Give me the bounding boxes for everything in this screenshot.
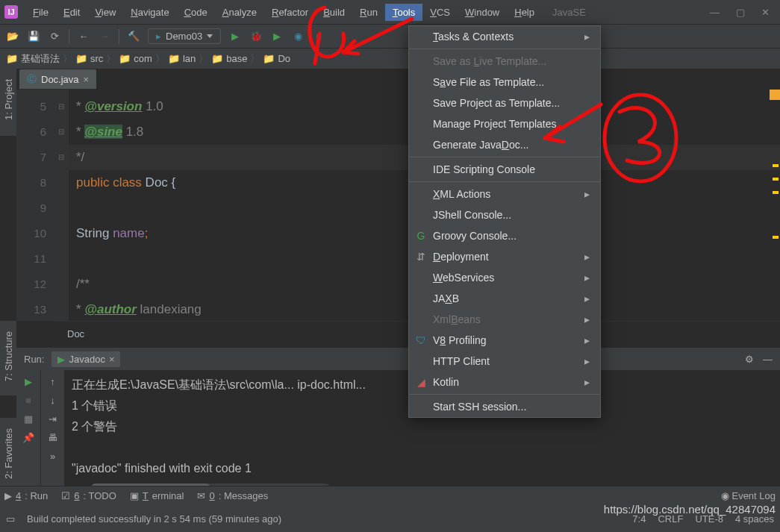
profile-icon[interactable]: ◉ <box>291 30 305 43</box>
tab-label: Doc.java <box>41 74 79 85</box>
sidebar-structure[interactable]: 7: Structure <box>1 325 16 387</box>
hammer-icon[interactable]: 🔨 <box>127 30 140 43</box>
out-num: 1 <box>72 399 78 412</box>
stop-icon[interactable]: ■ <box>312 30 325 43</box>
mi-xml-actions[interactable]: XML Actions▸ <box>409 184 600 204</box>
run-side-actions: ▶ ■ ▦ 📌 <box>16 370 40 496</box>
fold-column: ⊟⊟⊟ <box>54 90 69 321</box>
down-icon[interactable]: ↓ <box>50 395 55 406</box>
sidebar-project[interactable]: 1: Project <box>1 73 16 126</box>
menu-file[interactable]: File <box>25 4 56 21</box>
bc-Do[interactable]: 📁 Do <box>263 53 290 64</box>
mi-groovy-console-[interactable]: GGroovy Console... <box>409 225 600 246</box>
sb-0Messages[interactable]: ✉ 0: Messages <box>197 490 268 501</box>
mi-manage-project-templates-[interactable]: Manage Project Templates... <box>409 113 600 134</box>
minimize-panel-icon[interactable]: — <box>763 354 773 365</box>
menu-edit[interactable]: Edit <box>56 4 87 21</box>
sb-6TODO[interactable]: ☑ 6: TODO <box>61 490 116 501</box>
menu-analyze[interactable]: Analyze <box>215 4 264 21</box>
mi-http-client[interactable]: HTTP Client▸ <box>409 351 600 372</box>
run-tab-javadoc[interactable]: ▶ Javadoc × <box>52 351 120 367</box>
menu-code[interactable]: Code <box>177 4 215 21</box>
pin-run-icon[interactable]: 📌 <box>22 432 34 443</box>
build-status: Build completed successfully in 2 s 54 m… <box>27 513 281 525</box>
run-config-dropdown[interactable]: ▸ Demo03 <box>148 28 221 44</box>
run-side-actions-2: ↑ ↓ ⇥ 🖶 » <box>40 370 64 496</box>
mi-xmlbeans: XmlBeans▸ <box>409 309 600 330</box>
breadcrumb: 📁 基础语法〉📁 src〉📁 com〉📁 lan〉📁 base〉📁 Do <box>0 48 780 69</box>
mi-start-ssh-session-[interactable]: Start SSH session... <box>409 396 600 417</box>
menu-refactor[interactable]: Refactor <box>264 4 316 21</box>
out-text: 个错误 <box>78 399 117 412</box>
more-icon[interactable]: » <box>50 451 55 462</box>
save-icon[interactable]: 💾 <box>27 30 40 43</box>
sync-icon[interactable]: ⟳ <box>48 30 61 43</box>
menu-tools[interactable]: Tools <box>385 4 422 21</box>
menu-build[interactable]: Build <box>316 4 352 21</box>
run-body: ▶ ■ ▦ 📌 ↑ ↓ ⇥ 🖶 » 正在生成E:\JavaSE\基础语法\src… <box>16 370 780 496</box>
back-icon[interactable]: ← <box>77 30 90 43</box>
out-text: 个警告 <box>78 420 117 433</box>
mi-kotlin[interactable]: ◢Kotlin▸ <box>409 372 600 392</box>
sb-4Run[interactable]: ▶ 4: Run <box>4 490 48 501</box>
gear-icon[interactable]: ⚙ <box>745 354 754 365</box>
bc-基础语法[interactable]: 📁 基础语法 <box>6 52 60 66</box>
menu-help[interactable]: Help <box>507 4 542 21</box>
coverage-icon[interactable]: ▶ <box>270 30 284 43</box>
wrap-icon[interactable]: ⇥ <box>49 413 57 425</box>
bc-src[interactable]: 📁 src <box>75 53 103 64</box>
tab-doc-java[interactable]: Ⓒ Doc.java × <box>19 69 96 89</box>
run-label: Run: <box>24 354 44 365</box>
bf-doc[interactable]: Doc <box>54 324 98 344</box>
menu-window[interactable]: Window <box>458 4 507 21</box>
run-tab-icon: ▶ <box>57 354 65 365</box>
menu-run[interactable]: Run <box>352 4 385 21</box>
stop-run-icon[interactable]: ■ <box>25 395 31 406</box>
mi-generate-javadoc-[interactable]: Generate JavaDoc... <box>409 134 600 155</box>
mi-jshell-console-[interactable]: JShell Console... <box>409 204 600 225</box>
forward-icon[interactable]: → <box>98 30 111 43</box>
bc-com[interactable]: 📁 com <box>119 53 152 64</box>
out-line: "javadoc" finished with exit code 1 <box>72 458 773 479</box>
menu-view[interactable]: View <box>87 4 123 21</box>
mi-save-project-as-template-[interactable]: Save Project as Template... <box>409 93 600 113</box>
run-config-label: Demo03 <box>166 31 202 42</box>
tw-toggle-icon[interactable]: ▭ <box>6 513 15 525</box>
sidebar-left-2: 7: Structure <box>0 321 16 395</box>
mi-save-file-as-template-[interactable]: Save File as Template... <box>409 72 600 93</box>
mi-deployment[interactable]: ⇵Deployment▸ <box>409 246 600 267</box>
print-icon[interactable]: 🖶 <box>48 432 57 443</box>
mi-v8-profiling[interactable]: 🛡V8 Profiling▸ <box>409 330 600 351</box>
mi-tasks-contexts[interactable]: Tasks & Contexts▸ <box>409 26 600 47</box>
mi-webservices[interactable]: WebServices▸ <box>409 267 600 288</box>
rerun-icon[interactable]: ▶ <box>25 376 32 387</box>
maximize-icon[interactable]: ▢ <box>736 7 745 18</box>
error-stripe[interactable] <box>770 90 780 239</box>
up-icon[interactable]: ↑ <box>50 376 55 387</box>
open-icon[interactable]: 📂 <box>6 30 19 43</box>
editor-tabs: Ⓒ Doc.java × <box>0 69 780 90</box>
minimize-icon[interactable]: — <box>710 7 720 18</box>
sidebar-favorites[interactable]: 2: Favorites <box>1 422 16 485</box>
mi-ide-scripting-console[interactable]: IDE Scripting Console <box>409 159 600 180</box>
menu-vcs[interactable]: VCS <box>422 4 458 21</box>
watermark: https://blog.csdn.net/qq_42847094 <box>604 503 776 516</box>
run-tab-close-icon[interactable]: × <box>109 354 115 365</box>
menu-navigate[interactable]: Navigate <box>123 4 176 21</box>
tab-close-icon[interactable]: × <box>84 74 90 85</box>
layout-icon[interactable]: ▦ <box>24 413 33 425</box>
run-tab-label: Javadoc <box>69 354 104 365</box>
close-icon[interactable]: ✕ <box>761 7 770 18</box>
sb-Terminal[interactable]: ▣ Terminal <box>130 490 184 501</box>
mi-save-as-live-template-: Save as Live Template... <box>409 51 600 72</box>
run-header: Run: ▶ Javadoc × ⚙ — <box>16 348 780 370</box>
debug-icon[interactable]: 🐞 <box>249 30 263 43</box>
chevron-down-icon <box>207 34 213 38</box>
bc-lan[interactable]: 📁 lan <box>168 53 196 64</box>
run-icon[interactable]: ▶ <box>228 30 242 43</box>
event-log[interactable]: ◉ Event Log <box>721 490 776 501</box>
editor[interactable]: 5678910111213 ⊟⊟⊟ * @version 1.0 * @sine… <box>16 90 780 321</box>
sidebar-left: 1: Project <box>0 69 16 136</box>
mi-jaxb[interactable]: JAXB▸ <box>409 288 600 309</box>
bc-base[interactable]: 📁 base <box>211 53 247 64</box>
